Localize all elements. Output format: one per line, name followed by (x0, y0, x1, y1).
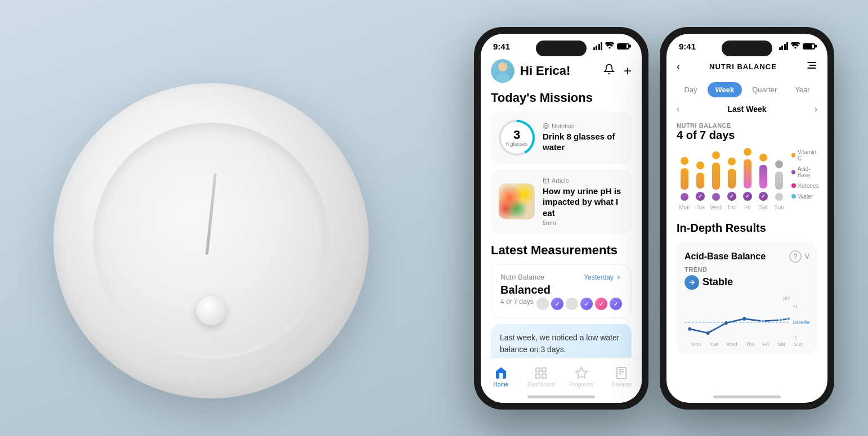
dot-3 (566, 298, 578, 310)
week-prev[interactable]: ‹ (677, 104, 679, 114)
measurements-section: Latest Measurements Nutri Balance Yester… (491, 243, 632, 363)
svg-point-17 (688, 327, 691, 330)
phone2-header: ‹ NUTRI BALANCE (666, 55, 827, 79)
avatar-greeting: Hi Erica! (491, 59, 570, 83)
dot-1 (536, 298, 549, 310)
in-depth-section: In-Depth Results Acid-Base Balance ? V T… (666, 215, 827, 354)
chart-area: Mon ✓ Tue (666, 144, 827, 215)
chart-label: NUTRI BALANCE (677, 122, 817, 129)
dynamic-island-1 (536, 41, 587, 56)
in-depth-title: In-Depth Results (677, 222, 817, 235)
article-mission-card[interactable]: Article How my urine pH is impacted by w… (491, 169, 632, 235)
svg-rect-4 (542, 368, 546, 372)
bell-icon[interactable] (603, 64, 615, 78)
chart-svg: Baseline +1 -1 (684, 302, 809, 343)
wifi-icon-1 (605, 42, 614, 50)
status-icons-2 (779, 42, 816, 50)
water-total: 8 glasses (506, 141, 527, 147)
battery-icon-2 (803, 43, 815, 50)
battery-icon-1 (617, 43, 629, 50)
nav-home-label: Home (493, 381, 508, 388)
day-sun: Sun (774, 204, 784, 210)
chart-col-mon: Mon (677, 157, 692, 210)
svg-rect-5 (542, 374, 546, 378)
measurement-sub: 4 of 7 days (500, 298, 534, 305)
measurement-date: Yesterday (584, 273, 622, 281)
greeting-row: Hi Erica! + (491, 55, 632, 91)
chart-col-thu: ✓ Thu (724, 158, 740, 210)
water-mission-text: Nutrition Drink 8 glasses of water (543, 123, 624, 153)
legend-ketones: Ketones (791, 183, 819, 189)
svg-point-21 (761, 319, 764, 322)
chart-col-fri: ✓ Fri (740, 148, 755, 210)
header-actions: + (603, 63, 632, 79)
back-button[interactable]: ‹ (677, 61, 680, 73)
article-title: How my urine pH is impacted by what I ea… (543, 186, 624, 219)
day-thu: Thu (727, 204, 736, 210)
chart-col-tue: ✓ Tue (692, 161, 708, 210)
nav-dashboard-label: Dashboard (527, 381, 555, 388)
add-icon[interactable]: + (624, 63, 632, 79)
home-indicator-2 (713, 395, 781, 398)
svg-rect-3 (536, 368, 540, 372)
wifi-icon-2 (791, 42, 800, 50)
trend-icon (684, 275, 699, 290)
svg-text:-1: -1 (793, 334, 797, 340)
week-label: Last Week (728, 105, 767, 114)
article-mission-text: Article How my urine pH is impacted by w… (543, 177, 624, 227)
info-button[interactable]: ? (789, 250, 802, 263)
dynamic-island-2 (722, 41, 772, 56)
nav-devices[interactable]: Devices (602, 366, 642, 388)
nav-devices-label: Devices (611, 381, 632, 388)
period-week[interactable]: Week (708, 82, 742, 97)
nav-programs[interactable]: Programs (561, 366, 602, 388)
period-quarter[interactable]: Quarter (744, 82, 785, 97)
svg-point-23 (787, 317, 790, 320)
svg-marker-7 (576, 367, 587, 378)
nav-programs-label: Programs (569, 381, 593, 388)
legend-vitaminc: Vitamin C (791, 149, 819, 161)
phones-area: 9:41 (474, 0, 834, 436)
nav-home[interactable]: Home (481, 366, 521, 388)
svg-point-22 (779, 318, 782, 321)
dot-2: ✓ (551, 298, 563, 310)
screen-title: NUTRI BALANCE (709, 62, 777, 71)
nutri-balance-card[interactable]: Nutri Balance Yesterday Balanced 4 of 7 … (491, 264, 632, 318)
mini-chart: pH (684, 295, 809, 346)
svg-point-20 (743, 317, 746, 320)
period-year[interactable]: Year (787, 82, 817, 97)
signal-icon-1 (593, 42, 603, 50)
legend-water: Water (791, 194, 819, 200)
phone2-frame: 9:41 ‹ (660, 27, 834, 410)
water-category: Nutrition (543, 123, 624, 129)
acid-base-header: Acid-Base Balance ? V (684, 250, 809, 263)
dot-4: ✓ (580, 298, 593, 310)
signal-icon-2 (779, 42, 789, 50)
water-mission-title: Drink 8 glasses of water (543, 131, 624, 153)
water-mission-card[interactable]: 3 8 glasses Nutrition Drink 8 glasses of… (491, 112, 632, 164)
svg-point-18 (706, 331, 710, 334)
measurement-value: Balanced (500, 284, 622, 296)
trend-value: Stable (684, 275, 809, 290)
status-icons-1 (593, 42, 630, 50)
svg-point-0 (498, 62, 507, 71)
acid-base-card[interactable]: Acid-Base Balance ? V TREND Stable (677, 242, 817, 354)
week-next[interactable]: › (815, 104, 817, 114)
chart-value: 4 of 7 days (677, 129, 817, 142)
nav-dashboard[interactable]: Dashboard (521, 366, 562, 388)
period-selector: Day Week Quarter Year (666, 79, 827, 101)
menu-icon[interactable] (806, 60, 817, 73)
dot-6: ✓ (610, 298, 622, 310)
svg-rect-2 (544, 178, 549, 183)
missions-title: Today's Missions (491, 91, 632, 105)
bar-chart: Mon ✓ Tue (677, 149, 787, 210)
svg-text:Baseline: Baseline (793, 319, 809, 325)
trend-label: TREND (684, 266, 809, 273)
period-day[interactable]: Day (676, 82, 705, 97)
svg-rect-6 (536, 374, 540, 378)
chart-col-sat: ✓ Sat (755, 154, 771, 210)
article-category: Article (543, 177, 624, 184)
week-navigator: ‹ Last Week › (666, 101, 827, 118)
legend-acidbase: Acid-Base (791, 166, 819, 178)
chart-header: NUTRI BALANCE 4 of 7 days (666, 118, 827, 144)
